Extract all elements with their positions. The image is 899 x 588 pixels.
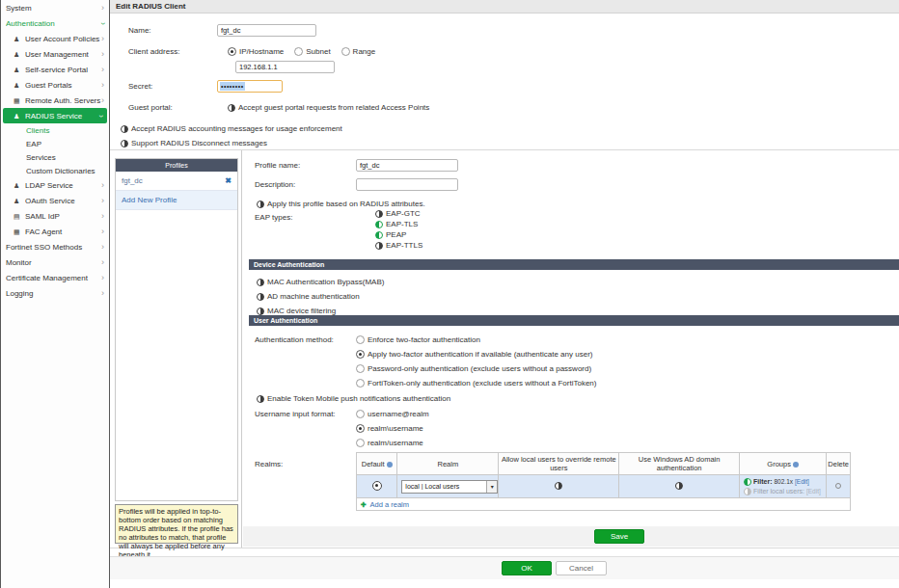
user-authentication-header: User Authentication <box>249 315 899 326</box>
eap-type-label: PEAP <box>386 230 406 239</box>
secret-value: •••••••• <box>220 82 245 91</box>
radius-accounting-toggle[interactable] <box>121 125 128 133</box>
radio-label: Range <box>353 47 376 56</box>
chevron-right-icon: › <box>101 197 104 205</box>
apply-radius-attributes-toggle[interactable] <box>257 200 264 208</box>
profile-name-input[interactable] <box>356 159 458 172</box>
dropdown-arrow-icon: ▾ <box>486 481 497 493</box>
ad-machine-auth-toggle[interactable] <box>257 293 264 301</box>
delete-realm-icon[interactable] <box>835 483 841 489</box>
sidebar-item-radius-service[interactable]: ♟ RADIUS Service › <box>3 108 107 123</box>
sidebar-item-label: User Account Policies <box>25 35 101 43</box>
mab-toggle[interactable] <box>257 279 264 286</box>
profiles-panel: Profiles fgt_dc ✖ Add New Profile <box>115 158 238 501</box>
sidebar-item-label: Self-service Portal <box>25 66 101 74</box>
chevron-down-icon: › <box>96 115 105 118</box>
client-address-subnet-radio[interactable] <box>294 47 303 56</box>
chevron-down-icon: › <box>98 22 107 25</box>
profile-list-item[interactable]: fgt_dc ✖ <box>116 172 237 191</box>
eap-ttls-toggle[interactable] <box>375 242 383 250</box>
sidebar-item-monitor[interactable]: Monitor › <box>1 254 109 270</box>
token-push-toggle[interactable] <box>257 395 264 403</box>
sidebar-item-fac-agent[interactable]: ▦ FAC Agent › <box>1 224 109 239</box>
add-realm-row: ✚ Add a realm <box>357 498 851 511</box>
cancel-button[interactable]: Cancel <box>556 561 607 575</box>
client-address-range-radio[interactable] <box>341 47 350 56</box>
secret-input[interactable]: •••••••• <box>217 80 283 93</box>
description-input[interactable] <box>356 178 458 191</box>
sidebar-item-clients[interactable]: Clients <box>1 123 109 137</box>
mac-device-filtering-toggle[interactable] <box>257 307 264 315</box>
sidebar-item-logging[interactable]: Logging › <box>1 285 109 301</box>
allow-local-override-toggle[interactable] <box>555 482 562 490</box>
sidebar-item-ldap-service[interactable]: ♟ LDAP Service › <box>1 177 109 193</box>
sidebar-item-label: Clients <box>26 126 104 135</box>
page-title-bar: Edit RADIUS Client <box>110 0 899 13</box>
chevron-right-icon: › <box>101 66 104 74</box>
sidebar-item-label: User Management <box>25 50 101 59</box>
format-label: realm\username <box>368 424 423 433</box>
auth-method-fortitoken-only-radio[interactable] <box>356 379 365 388</box>
eap-gtc-toggle[interactable] <box>375 210 383 218</box>
chevron-right-icon: › <box>101 181 104 190</box>
client-address-ip-hostname-radio[interactable] <box>228 47 236 56</box>
format-realm-slash-username-radio[interactable] <box>356 439 365 447</box>
sidebar-item-custom-dictionaries[interactable]: Custom Dictionaries <box>1 164 109 177</box>
sidebar-item-label: System <box>6 4 101 13</box>
filter-local-users-edit-link[interactable]: [Edit] <box>806 487 821 496</box>
eap-types-list: EAP-GTC EAP-TLS PEAP EAP-TTLS <box>375 208 422 251</box>
sidebar-item-saml-idp[interactable]: ▤ SAML IdP › <box>1 208 109 224</box>
sidebar-item-system[interactable]: System › <box>1 0 109 15</box>
filter-local-users-toggle[interactable] <box>744 488 751 495</box>
sidebar-item-guest-portals[interactable]: ♟ Guest Portals › <box>1 77 109 93</box>
footer-bar: OK Cancel <box>110 556 899 579</box>
save-button[interactable]: Save <box>594 529 644 544</box>
format-realm-backslash-username-radio[interactable] <box>356 424 365 433</box>
guest-portal-toggle[interactable] <box>228 104 235 112</box>
add-new-profile-label: Add New Profile <box>122 196 177 204</box>
radius-disconnect-toggle-label: Support RADIUS Disconnect messages <box>131 139 267 147</box>
servers-icon: ▦ <box>14 97 22 104</box>
peap-toggle[interactable] <box>375 231 383 239</box>
ok-button[interactable]: OK <box>502 561 552 575</box>
sidebar-item-remote-auth-servers[interactable]: ▦ Remote Auth. Servers › <box>1 93 109 108</box>
radius-disconnect-toggle[interactable] <box>121 140 128 147</box>
grid-icon: ▦ <box>14 228 22 235</box>
ad-machine-auth-label: AD machine authentication <box>267 292 360 301</box>
eap-tls-toggle[interactable] <box>375 221 383 228</box>
chevron-right-icon: › <box>101 258 104 267</box>
realms-header-row: Default Realm Allow local users to overr… <box>357 453 851 475</box>
sidebar-item-label: Guest Portals <box>25 81 101 90</box>
sidebar-item-eap[interactable]: EAP <box>1 137 109 150</box>
use-windows-ad-toggle[interactable] <box>675 482 683 490</box>
sidebar-item-authentication[interactable]: Authentication › <box>1 15 109 31</box>
auth-method-password-only-radio[interactable] <box>356 364 365 373</box>
sidebar-item-label: Services <box>26 153 104 162</box>
sidebar-item-oauth-service[interactable]: ♟ OAuth Service › <box>1 193 109 208</box>
sidebar-item-user-management[interactable]: ♟ User Management › <box>1 46 109 62</box>
add-realm-link[interactable]: Add a realm <box>370 500 409 509</box>
username-format-label: Username input format: <box>255 410 336 418</box>
default-realm-radio[interactable] <box>372 481 382 491</box>
sidebar-item-user-account-policies[interactable]: ♟ User Account Policies › <box>1 31 109 46</box>
format-username-at-realm-radio[interactable] <box>356 410 365 418</box>
radius-client-form: Name: Client address: IP/Hostname Subnet… <box>110 14 899 147</box>
name-input[interactable] <box>217 24 316 37</box>
mab-label: MAC Authentication Bypass(MAB) <box>267 278 384 286</box>
auth-method-enforce-2fa-radio[interactable] <box>356 335 365 344</box>
chevron-right-icon: › <box>101 289 104 298</box>
device-authentication-header: Device Authentication <box>249 259 899 270</box>
chevron-right-icon: › <box>101 96 104 105</box>
sidebar-item-self-service-portal[interactable]: ♟ Self-service Portal › <box>1 62 109 77</box>
client-address-input[interactable] <box>235 61 335 73</box>
auth-method-apply-2fa-radio[interactable] <box>356 350 365 359</box>
groups-filter-toggle[interactable] <box>744 478 751 486</box>
eap-type-label: EAP-TLS <box>386 220 418 228</box>
add-new-profile-button[interactable]: Add New Profile <box>116 191 237 210</box>
remove-profile-icon[interactable]: ✖ <box>225 176 232 185</box>
sidebar-item-certificate-management[interactable]: Certificate Management › <box>1 270 109 285</box>
realm-select[interactable]: local | Local users ▾ <box>401 480 498 494</box>
sidebar-item-fortinet-sso-methods[interactable]: Fortinet SSO Methods › <box>1 239 109 254</box>
groups-filter-edit-link[interactable]: [Edit] <box>795 477 809 487</box>
sidebar-item-services[interactable]: Services <box>1 150 109 164</box>
